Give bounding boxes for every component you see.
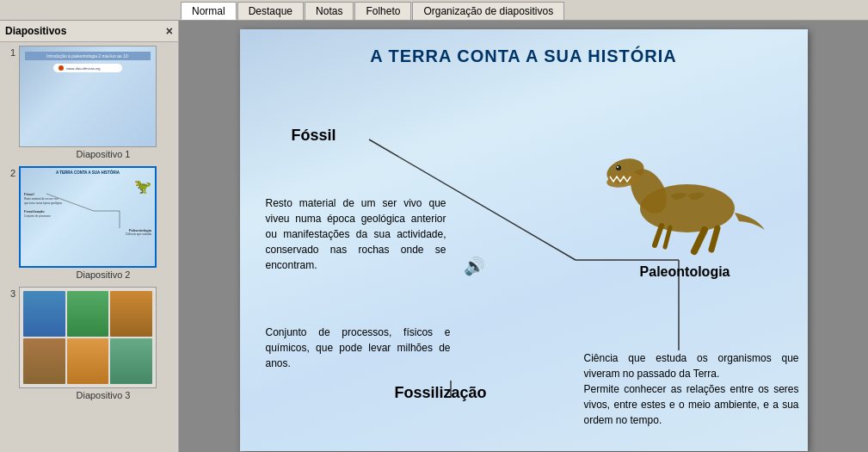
logo-text: ciasa.das-ciências.org — [66, 66, 101, 71]
slide-number-3: 3 — [3, 288, 15, 299]
thumb2-dino-icon: 🦖 — [134, 178, 151, 195]
thumb2-title: A TERRA CONTA A SUA HISTÓRIA — [21, 168, 155, 176]
thumb3-grid — [20, 288, 156, 387]
thumb2-paleo-text: Paleontologia Ciência que estuda — [100, 228, 151, 236]
list-item[interactable]: 3 Diapositivo 3 — [3, 287, 175, 400]
thumb1-title-bar: Introdução à paleontologia 2 mai-lun as … — [25, 52, 151, 60]
fossil-text: Resto material de um ser vivo que viveu … — [266, 195, 446, 273]
paleontologia-label: Paleontologia — [640, 264, 730, 280]
slide-3-thumbnail[interactable] — [19, 287, 157, 388]
slide-2-wrapper: A TERRA CONTA A SUA HISTÓRIA 🦖 Fóssil Re… — [19, 166, 172, 280]
slide-1-label: Diapositivo 1 — [34, 149, 172, 159]
slide-number-2: 2 — [3, 168, 15, 178]
slides-list: 1 Introdução à paleontologia 2 mai-lun a… — [0, 42, 178, 452]
fossilizacao-label: Fossilização — [395, 384, 487, 402]
fossilizacao-text: Conjunto de processos, físicos e químico… — [266, 325, 451, 371]
thumb3-cell-3 — [110, 291, 152, 337]
slide-number-1: 1 — [3, 47, 15, 58]
slide-view-area: A TERRA CONTA A SUA HISTÓRIA Fóssil — [179, 21, 868, 452]
sidebar-header: Diapositivos × — [0, 21, 178, 42]
thumb3-cell-6 — [110, 338, 152, 384]
tab-bar: Normal Destaque Notas Folheto Organizaçã… — [0, 0, 868, 21]
dinosaur-image — [593, 144, 765, 256]
thumb2-text-block: Fóssil Resto material de um ser vivo que… — [24, 192, 97, 218]
slide-3-label: Diapositivo 3 — [34, 390, 172, 400]
main-area: Diapositivos × 1 Introdução à paleontolo… — [0, 21, 868, 452]
svg-line-14 — [665, 227, 670, 247]
sidebar-title: Diapositivos — [5, 25, 66, 37]
tab-normal[interactable]: Normal — [181, 2, 237, 20]
slide-1-wrapper: Introdução à paleontologia 2 mai-lun as … — [19, 46, 172, 159]
svg-line-16 — [711, 228, 717, 250]
paleontologia-text: Ciência que estuda os organismos que viv… — [584, 350, 799, 428]
svg-point-12 — [617, 166, 619, 168]
svg-point-11 — [616, 165, 621, 170]
slide-diagram: Fóssil Resto material de um ser vivo que… — [240, 75, 808, 437]
slide-canvas: A TERRA CONTA A SUA HISTÓRIA Fóssil — [240, 29, 808, 451]
slide-2-thumbnail[interactable]: A TERRA CONTA A SUA HISTÓRIA 🦖 Fóssil Re… — [19, 166, 157, 268]
list-item[interactable]: 2 A TERRA CONTA A SUA HISTÓRIA 🦖 Fóssil … — [3, 166, 175, 280]
tab-organizacao[interactable]: Organização de diapositivos — [412, 2, 564, 20]
slide-3-wrapper: Diapositivo 3 — [19, 287, 172, 400]
slide-title: A TERRA CONTA A SUA HISTÓRIA — [240, 29, 808, 66]
list-item[interactable]: 1 Introdução à paleontologia 2 mai-lun a… — [3, 46, 175, 159]
speaker-icon: 🔊 — [464, 256, 485, 276]
thumb3-cell-5 — [67, 338, 109, 384]
tab-folheto[interactable]: Folheto — [354, 2, 411, 20]
tab-destaque[interactable]: Destaque — [237, 2, 304, 20]
svg-line-13 — [655, 226, 662, 245]
sidebar-close-button[interactable]: × — [166, 24, 173, 38]
dino-svg — [593, 144, 765, 256]
slide-1-thumbnail[interactable]: Introdução à paleontologia 2 mai-lun as … — [19, 46, 157, 147]
thumb3-cell-1 — [23, 291, 65, 337]
fossil-label: Fóssil — [292, 127, 336, 145]
logo-dot — [58, 65, 64, 71]
thumb1-logo-area: ciasa.das-ciências.org — [53, 64, 122, 72]
slide-2-label: Diapositivo 2 — [34, 269, 172, 280]
tab-notas[interactable]: Notas — [305, 2, 354, 20]
svg-line-15 — [694, 230, 705, 251]
thumb3-cell-2 — [67, 291, 109, 337]
thumb1-content: Introdução à paleontologia 2 mai-lun as … — [20, 46, 156, 81]
slides-panel: Diapositivos × 1 Introdução à paleontolo… — [0, 21, 179, 452]
thumb3-cell-4 — [23, 338, 65, 384]
